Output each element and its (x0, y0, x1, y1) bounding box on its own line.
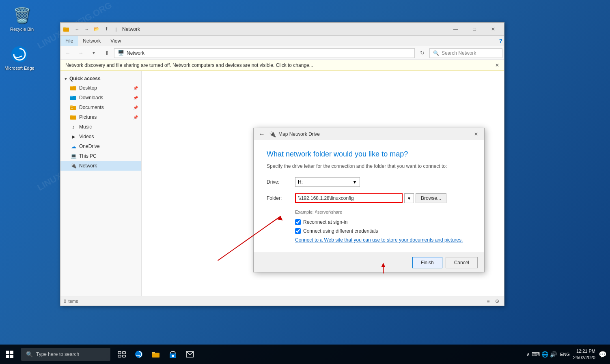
desktop-folder-icon (70, 85, 77, 91)
taskbar-search-icon: 🔍 (26, 351, 33, 358)
music-label: Music (79, 124, 92, 130)
finish-button[interactable]: Finish (412, 257, 442, 268)
quick-access-recent[interactable]: 📂 (92, 25, 101, 34)
folder-row: ▼ Browse... (295, 193, 446, 203)
main-area: ← 🔌 Map Network Drive ✕ What network fol… (142, 71, 504, 296)
language-label: ENG (560, 352, 570, 357)
quick-access-forward[interactable]: → (82, 25, 91, 34)
different-creds-checkbox[interactable] (295, 228, 301, 234)
taskbar-store-button[interactable] (165, 345, 181, 364)
close-button[interactable]: ✕ (484, 23, 502, 36)
sidebar-item-music[interactable]: ♪ Music (60, 122, 141, 132)
sidebar: ▼ Quick access Desktop 📌 Downloads 📌 ≡ (60, 71, 142, 296)
music-icon: ♪ (70, 124, 77, 130)
up-button[interactable]: ⬆ (101, 47, 112, 59)
taskbar-explorer-button[interactable] (148, 345, 164, 364)
title-bar-controls: — □ ✕ (446, 23, 502, 36)
sidebar-item-downloads[interactable]: Downloads 📌 (60, 93, 141, 103)
menu-file[interactable]: File (60, 36, 78, 46)
sidebar-item-pictures[interactable]: Pictures 📌 (60, 112, 141, 122)
time-block: 12:21 PM 24/02/2020 (573, 348, 595, 361)
maximize-button[interactable]: □ (465, 23, 484, 36)
minimize-button[interactable]: — (446, 23, 465, 36)
svg-rect-19 (10, 355, 13, 358)
taskbar-edge-button[interactable] (131, 345, 147, 364)
status-bar-right: ≡ ⊙ (485, 298, 501, 305)
start-button[interactable] (0, 345, 19, 364)
date-display: 24/02/2020 (573, 354, 595, 361)
help-icon[interactable]: ? (499, 38, 502, 44)
search-box[interactable]: 🔍 Search Network (429, 48, 502, 58)
forward-button[interactable]: → (75, 47, 86, 59)
videos-label: Videos (79, 134, 94, 139)
edge-desktop-icon[interactable]: Microsoft Edge (3, 45, 36, 71)
taskbar-mail-button[interactable] (182, 345, 198, 364)
drive-dropdown-arrow: ▼ (352, 179, 357, 185)
network-label: Network (79, 163, 97, 169)
menu-network[interactable]: Network (78, 36, 106, 46)
notification-close[interactable]: ✕ (495, 62, 499, 68)
recycle-bin-icon[interactable]: 🗑️ Recycle Bin (6, 6, 38, 32)
pictures-pin: 📌 (133, 115, 138, 120)
quick-access-up[interactable]: ⬆ (102, 25, 111, 34)
back-button[interactable]: ← (62, 47, 73, 59)
different-creds-label: Connect using different credentials (303, 228, 378, 234)
details-view-button[interactable]: ≡ (485, 298, 492, 305)
edge-image (10, 45, 29, 64)
folder-dropdown-button[interactable]: ▼ (404, 193, 414, 203)
dialog-close-button[interactable]: ✕ (471, 129, 481, 139)
web-site-link[interactable]: Connect to a Web site that you can use t… (295, 237, 471, 243)
search-placeholder: Search Network (442, 50, 476, 56)
recent-locations-button[interactable]: ▼ (88, 47, 99, 59)
edge-label: Microsoft Edge (4, 66, 34, 71)
title-bar-folder-icon (62, 25, 70, 33)
svg-rect-17 (10, 351, 13, 354)
content-area: ▼ Quick access Desktop 📌 Downloads 📌 ≡ (60, 71, 504, 296)
folder-field: Folder: ▼ Browse... (267, 193, 471, 203)
thispc-label: This PC (79, 153, 97, 159)
onedrive-icon: ☁ (70, 143, 77, 150)
file-explorer-window: ← → 📂 ⬆ | Network — □ ✕ File Network Vie… (60, 22, 504, 306)
svg-rect-23 (123, 355, 125, 357)
cancel-button[interactable]: Cancel (446, 257, 478, 268)
refresh-button[interactable]: ↻ (416, 47, 428, 59)
address-path[interactable]: 🖥️ Network (114, 48, 415, 58)
notification-bar: Network discovery and file sharing are t… (60, 60, 504, 71)
volume-icon[interactable]: 🔊 (550, 351, 557, 358)
sidebar-item-documents[interactable]: ≡ Documents 📌 (60, 103, 141, 112)
sidebar-item-desktop[interactable]: Desktop 📌 (60, 83, 141, 93)
dialog-title-icon: 🔌 (269, 131, 276, 137)
taskbar-taskview-button[interactable] (114, 345, 130, 364)
search-icon: 🔍 (433, 50, 439, 56)
chevron-up-icon[interactable]: ∧ (526, 351, 530, 357)
sidebar-item-videos[interactable]: ▶ Videos (60, 132, 141, 141)
notification-center-icon[interactable]: 💬 (599, 351, 607, 358)
keyboard-icon[interactable]: ⌨ (532, 351, 540, 358)
menu-view[interactable]: View (106, 36, 126, 46)
sidebar-item-onedrive[interactable]: ☁ OneDrive (60, 141, 141, 151)
folder-input[interactable] (295, 193, 403, 203)
browse-button[interactable]: Browse... (416, 193, 446, 203)
svg-rect-4 (70, 86, 73, 87)
drive-field: Drive: H: ▼ (267, 177, 471, 187)
drive-label: Drive: (267, 179, 295, 185)
dialog-overlay: ← 🔌 Map Network Drive ✕ What network fol… (142, 71, 504, 296)
dialog-subtext: Specify the drive letter for the connect… (267, 163, 471, 169)
sidebar-item-network[interactable]: 🔌 Network (60, 161, 141, 171)
quick-access-back[interactable]: ← (73, 25, 82, 34)
drive-select[interactable]: H: ▼ (295, 177, 360, 187)
downloads-folder-icon (70, 94, 77, 101)
reconnect-checkbox[interactable] (295, 219, 301, 225)
taskbar-search-box[interactable]: 🔍 Type here to search (21, 348, 110, 361)
network-icon: 🔌 (70, 163, 77, 169)
large-icons-view-button[interactable]: ⊙ (494, 298, 501, 305)
sidebar-item-thispc[interactable]: 💻 This PC (60, 151, 141, 161)
network-tray-icon[interactable]: 🌐 (541, 351, 548, 358)
pictures-label: Pictures (79, 114, 97, 120)
dialog-back-button[interactable]: ← (257, 129, 267, 139)
title-bar-title: Network (122, 26, 446, 32)
dialog-title-bar: ← 🔌 Map Network Drive ✕ (254, 128, 484, 140)
quick-access-header[interactable]: ▼ Quick access (60, 74, 141, 83)
menu-right: ? (499, 38, 504, 44)
taskbar: 🔍 Type here to search (0, 345, 610, 364)
